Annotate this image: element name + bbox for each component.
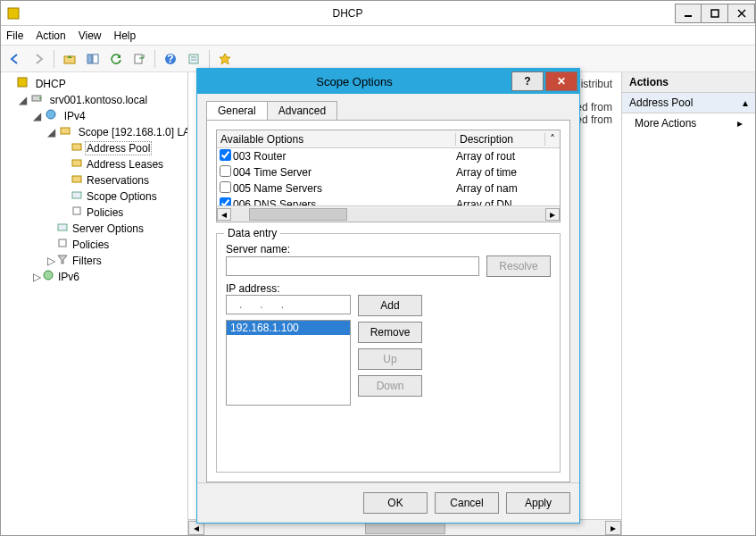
option-row[interactable]: 006 DNS ServersArray of DN [217, 197, 560, 205]
tree-scope[interactable]: Scope [192.168.1.0] LAN [77, 126, 188, 138]
tab-general[interactable]: General [206, 101, 268, 120]
close-button[interactable] [728, 4, 755, 23]
svg-rect-24 [58, 224, 67, 230]
maximize-button[interactable] [702, 4, 728, 23]
cancel-button[interactable]: Cancel [435, 492, 499, 514]
export-icon[interactable] [129, 48, 150, 70]
scope-options-dialog: Scope Options ? ✕ General Advanced Avail… [196, 68, 580, 523]
tree-ipv4[interactable]: IPv4 [62, 110, 87, 122]
tab-advanced[interactable]: Advanced [267, 101, 337, 120]
properties-icon[interactable] [183, 48, 204, 70]
ip-list-item[interactable]: 192.168.1.100 [227, 321, 350, 335]
dialog-help-button[interactable]: ? [511, 71, 544, 91]
scroll-thumb[interactable] [249, 208, 347, 221]
actions-more[interactable]: More Actions ▸ [622, 113, 755, 133]
twisty-icon[interactable]: ▷ [47, 253, 56, 269]
list-horizontal-scrollbar[interactable]: ◂ ▸ [217, 205, 560, 222]
resolve-button[interactable]: Resolve [486, 255, 551, 277]
actions-pane: Actions Address Pool ▴ More Actions ▸ [621, 72, 755, 535]
tree-ipv6[interactable]: IPv6 [56, 271, 81, 283]
menu-file[interactable]: File [6, 29, 23, 42]
ok-button[interactable]: OK [363, 492, 428, 514]
star-icon[interactable] [214, 48, 236, 70]
filters-icon [56, 253, 69, 269]
options-icon [56, 221, 69, 237]
svg-rect-19 [72, 144, 81, 150]
option-checkbox[interactable] [220, 165, 231, 177]
folder-icon [71, 156, 83, 172]
column-header-description[interactable]: Description [456, 133, 545, 146]
apply-button[interactable]: Apply [506, 492, 570, 514]
data-entry-group: Data entry Server name: Resolve IP addre… [216, 233, 561, 473]
tree-address-leases[interactable]: Address Leases [85, 158, 165, 171]
titlebar: DHCP [1, 1, 755, 26]
option-description: Array of rout [456, 150, 545, 163]
remove-button[interactable]: Remove [358, 322, 422, 343]
back-button[interactable] [4, 48, 26, 70]
scroll-up-icon[interactable]: ˄ [545, 133, 560, 146]
twisty-icon[interactable]: ◢ [19, 92, 28, 108]
twisty-icon[interactable]: ▷ [33, 269, 42, 285]
dialog-button-row: OK Cancel Apply [197, 482, 579, 523]
option-checkbox[interactable] [220, 149, 231, 161]
option-checkbox[interactable] [220, 197, 231, 205]
server-name-label: Server name: [226, 243, 290, 255]
collapse-icon[interactable]: ▴ [743, 96, 748, 109]
svg-rect-23 [73, 207, 80, 214]
tree-scope-options[interactable]: Scope Options [85, 190, 159, 203]
tree-address-pool[interactable]: Address Pool [85, 141, 152, 155]
server-name-input[interactable] [226, 256, 479, 276]
down-button[interactable]: Down [358, 375, 422, 397]
actions-section-label: Address Pool [629, 96, 693, 109]
svg-rect-20 [72, 160, 81, 166]
scroll-right-icon[interactable]: ▸ [545, 208, 560, 221]
ip-address-list[interactable]: 192.168.1.100 [226, 320, 351, 406]
column-header-options[interactable]: Available Options [217, 133, 456, 146]
option-row[interactable]: 003 RouterArray of rout [217, 148, 560, 164]
window-title: DHCP [21, 7, 675, 20]
ipv6-icon [42, 269, 54, 285]
tree-root[interactable]: DHCP [34, 78, 68, 90]
tree-filters[interactable]: Filters [71, 255, 104, 267]
svg-rect-2 [711, 10, 719, 17]
dialog-titlebar[interactable]: Scope Options ? ✕ [197, 69, 579, 94]
menu-help[interactable]: Help [114, 29, 137, 42]
scroll-right-icon[interactable]: ▸ [605, 521, 621, 535]
actions-section[interactable]: Address Pool ▴ [622, 93, 755, 113]
tree-scope-policies[interactable]: Policies [85, 206, 125, 219]
tree-server-options[interactable]: Server Options [71, 222, 145, 235]
option-checkbox[interactable] [220, 181, 231, 193]
forward-button[interactable] [28, 48, 49, 70]
twisty-icon[interactable]: ◢ [33, 108, 42, 124]
minimize-button[interactable] [675, 4, 702, 23]
actions-header: Actions [622, 72, 755, 93]
twisty-icon[interactable]: ◢ [47, 124, 56, 140]
scroll-left-icon[interactable]: ◂ [217, 208, 231, 221]
refresh-icon[interactable] [105, 48, 127, 70]
tree-reservations[interactable]: Reservations [85, 174, 151, 187]
up-folder-icon[interactable] [59, 48, 80, 70]
folder-icon [71, 140, 83, 156]
tree-pane: DHCP ◢ srv001.kontoso.local ◢ [1, 72, 188, 535]
tabstrip: General Advanced [206, 101, 570, 120]
tree-policies[interactable]: Policies [71, 239, 111, 251]
data-entry-legend: Data entry [224, 227, 280, 239]
up-button[interactable]: Up [358, 348, 422, 370]
option-row[interactable]: 005 Name ServersArray of nam [217, 180, 560, 197]
menu-action[interactable]: Action [36, 29, 65, 42]
dhcp-root-icon [16, 76, 29, 92]
add-button[interactable]: Add [358, 295, 422, 316]
menu-view[interactable]: View [79, 29, 102, 42]
ip-address-input[interactable] [226, 295, 351, 314]
menubar: File Action View Help [1, 26, 755, 46]
show-hide-tree-icon[interactable] [82, 48, 104, 70]
chevron-right-icon: ▸ [737, 117, 743, 130]
tree-server[interactable]: srv001.kontoso.local [48, 94, 149, 106]
help-icon[interactable]: ? [160, 48, 181, 70]
svg-point-26 [44, 271, 53, 280]
svg-rect-6 [87, 54, 92, 63]
option-description: Array of time [456, 166, 545, 179]
option-row[interactable]: 004 Time ServerArray of time [217, 164, 560, 180]
dialog-close-button[interactable]: ✕ [545, 71, 577, 91]
svg-rect-8 [135, 54, 142, 63]
